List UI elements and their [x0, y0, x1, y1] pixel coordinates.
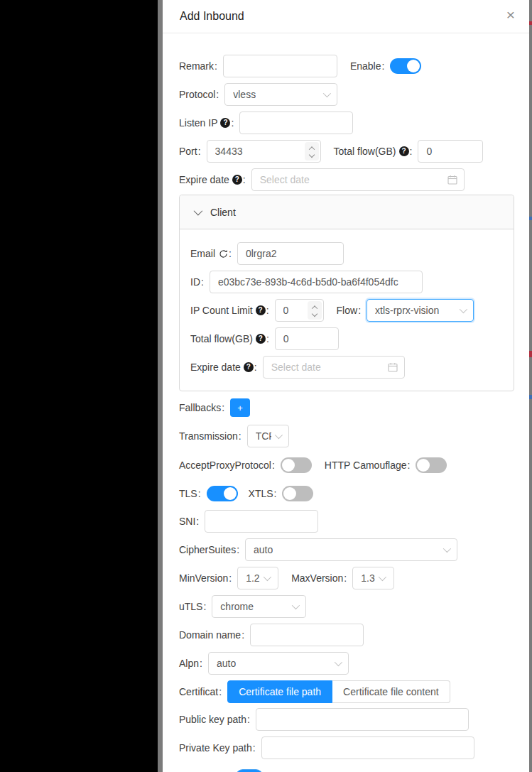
email-input[interactable]: [237, 242, 344, 265]
calendar-icon: [447, 175, 457, 187]
min-version-select[interactable]: 1.2: [237, 567, 278, 589]
client-total-flow-input[interactable]: [275, 327, 339, 350]
chevron-down-icon: [335, 658, 342, 666]
max-version-select[interactable]: 1.3: [352, 567, 394, 589]
protocol-select[interactable]: vless: [224, 83, 337, 106]
help-icon[interactable]: ?: [244, 362, 254, 372]
number-spinner[interactable]: [305, 142, 319, 161]
port-label: Port: [179, 146, 197, 157]
dimmed-page-strip-right: [529, 0, 532, 772]
flow-select[interactable]: xtls-rprx-vision: [367, 299, 474, 322]
chevron-down-icon: [443, 545, 451, 553]
backdrop-artifact: [529, 351, 532, 357]
email-label: Email: [190, 248, 215, 259]
number-spinner[interactable]: [308, 301, 322, 320]
tls-label: TLS: [179, 488, 197, 499]
private-key-path-input[interactable]: [261, 736, 474, 759]
total-flow-label: Total flow(GB): [334, 146, 396, 157]
client-panel-title: Client: [210, 207, 236, 218]
refresh-icon[interactable]: [219, 249, 228, 259]
backdrop-artifact: [529, 395, 532, 399]
backdrop-artifact: [529, 21, 532, 25]
help-icon[interactable]: ?: [232, 175, 242, 185]
http-camouflage-label: HTTP Camouflage: [325, 460, 407, 471]
chevron-down-icon: [323, 89, 331, 97]
client-expire-date-picker[interactable]: [263, 356, 405, 379]
toggle-knob: [282, 459, 295, 472]
http-camouflage-toggle[interactable]: [416, 457, 447, 473]
public-key-path-input[interactable]: [256, 708, 469, 731]
listen-ip-label: Listen IP: [179, 117, 217, 129]
id-input[interactable]: [210, 271, 423, 293]
partial-toggle[interactable]: [235, 769, 264, 772]
client-expire-date-label: Expire date: [190, 361, 241, 373]
listen-ip-input[interactable]: [239, 112, 353, 134]
spinner-down-icon[interactable]: [308, 151, 314, 157]
remark-input[interactable]: [223, 55, 337, 77]
xtls-toggle[interactable]: [282, 486, 313, 501]
close-icon[interactable]: ×: [506, 7, 515, 22]
min-version-label: MinVersion: [179, 572, 228, 584]
certificate-label: Certificat: [179, 686, 218, 697]
add-fallback-button[interactable]: +: [230, 398, 250, 417]
chevron-down-icon: [274, 431, 282, 439]
utls-select[interactable]: chrome: [212, 595, 306, 618]
chevron-down-icon: [378, 573, 386, 581]
certificate-file-content-button[interactable]: Certificate file content: [332, 680, 450, 703]
cipher-suites-label: CipherSuites: [179, 544, 236, 555]
help-icon[interactable]: ?: [256, 305, 266, 315]
sni-label: SNI: [179, 516, 195, 527]
chevron-down-icon: [263, 573, 271, 581]
transmission-label: Transmission: [179, 430, 238, 442]
total-flow-input[interactable]: [418, 140, 483, 163]
remark-label: Remark: [179, 60, 214, 72]
protocol-label: Protocol: [179, 89, 215, 100]
dimmed-page-strip-left: [158, 0, 163, 772]
expire-date-picker[interactable]: [251, 168, 465, 191]
alpn-select[interactable]: auto: [208, 652, 349, 675]
toggle-knob: [283, 487, 296, 500]
domain-name-label: Domain name: [179, 629, 241, 641]
port-number-input[interactable]: [207, 140, 321, 163]
page-backdrop-black: [0, 0, 158, 772]
spinner-down-icon[interactable]: [311, 310, 317, 316]
calendar-icon: [388, 362, 398, 374]
domain-name-input[interactable]: [250, 624, 364, 646]
chevron-down-icon: [292, 602, 300, 609]
modal-header: Add Inbound ×: [163, 0, 529, 33]
chevron-down-icon: [194, 207, 203, 216]
toggle-knob: [407, 60, 420, 72]
enable-label: Enable: [350, 60, 381, 72]
backdrop-artifact: [529, 217, 532, 220]
accept-proxy-protocol-label: AcceptProxyProtocol: [179, 460, 271, 471]
utls-label: uTLS: [179, 601, 202, 612]
client-panel: Client Email : ID: IP Count Limit ?:: [179, 195, 514, 391]
enable-toggle[interactable]: [390, 58, 421, 74]
toggle-knob: [417, 459, 430, 472]
fallbacks-label: Fallbacks: [179, 402, 221, 413]
max-version-label: MaxVersion: [291, 572, 343, 584]
toggle-knob: [224, 487, 237, 500]
ip-count-limit-label: IP Count Limit: [190, 305, 253, 316]
help-icon[interactable]: ?: [220, 118, 230, 128]
modal-title: Add Inbound: [180, 10, 244, 23]
accept-proxy-protocol-toggle[interactable]: [281, 457, 312, 473]
public-key-path-label: Public key path: [179, 714, 246, 725]
private-key-path-label: Private Key path: [179, 742, 252, 754]
ip-count-limit-number-input[interactable]: [275, 299, 324, 322]
add-inbound-modal: Add Inbound × Remark: Enable: Protocol: …: [163, 0, 529, 772]
certificate-file-path-button[interactable]: Certificate file path: [227, 680, 332, 703]
flow-label: Flow: [337, 305, 358, 316]
client-panel-body: Email : ID: IP Count Limit ?:: [180, 229, 514, 379]
client-panel-header[interactable]: Client: [180, 195, 514, 229]
xtls-label: XTLS: [249, 488, 273, 499]
sni-input[interactable]: [205, 510, 318, 533]
help-icon[interactable]: ?: [256, 334, 266, 344]
transmission-select[interactable]: TCP: [247, 425, 289, 447]
tls-toggle[interactable]: [207, 486, 238, 501]
alpn-label: Alpn: [179, 658, 199, 669]
help-icon[interactable]: ?: [399, 146, 409, 156]
id-label: ID: [190, 276, 200, 288]
client-total-flow-label: Total flow(GB): [190, 333, 253, 344]
cipher-suites-select[interactable]: auto: [245, 538, 457, 561]
